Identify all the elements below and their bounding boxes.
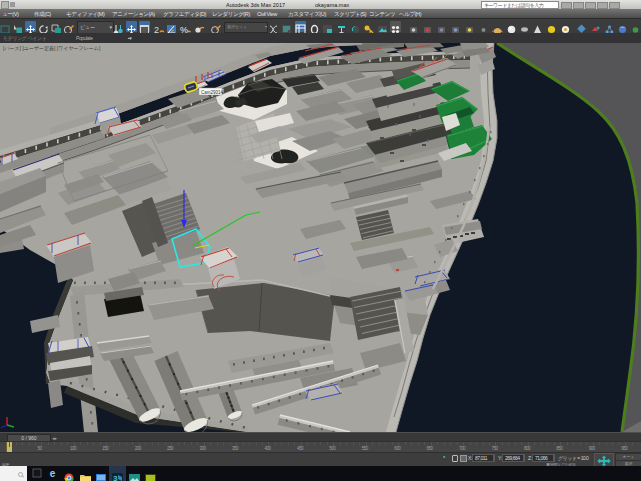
svg-text:Cam29014: Cam29014 [201, 90, 224, 95]
svg-text:3: 3 [113, 474, 118, 481]
svg-text:[パース] [ユーザー定義] [ワイヤーフレーム]: [パース] [ユーザー定義] [ワイヤーフレーム] [3, 45, 101, 52]
